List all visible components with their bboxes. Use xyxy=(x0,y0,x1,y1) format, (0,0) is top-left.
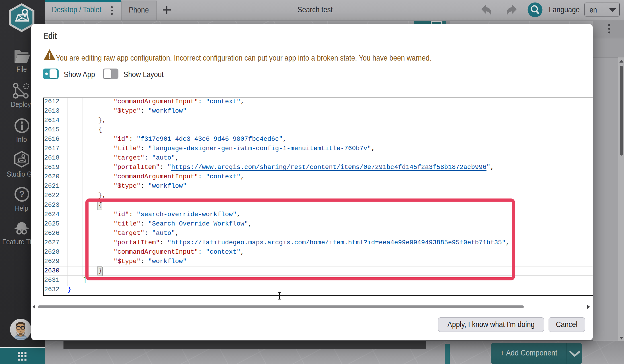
svg-text:?: ? xyxy=(19,189,25,199)
